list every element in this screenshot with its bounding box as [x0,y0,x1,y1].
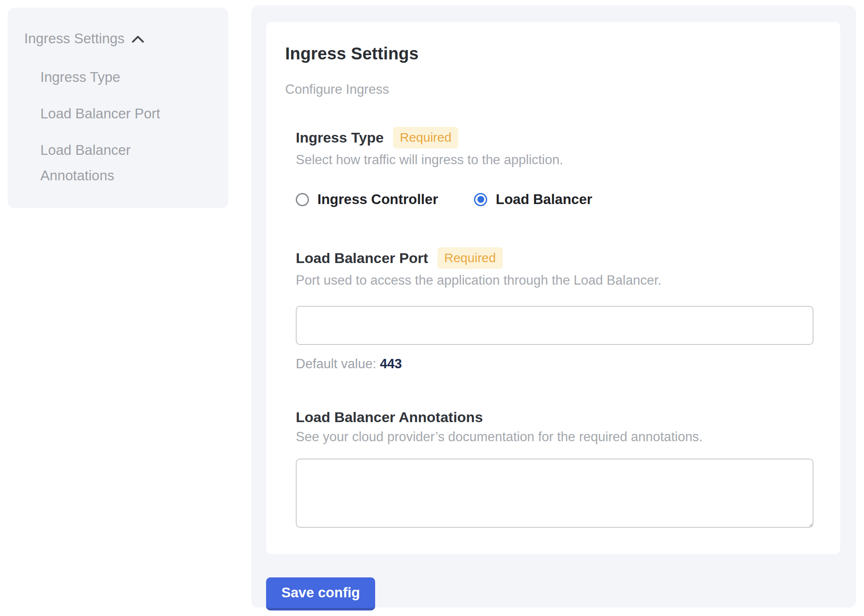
form-sections: Ingress Type Required Select how traffic… [296,127,815,528]
sidebar-item-load-balancer-annotations[interactable]: Load Balancer Annotations [40,137,206,188]
load-balancer-port-input[interactable] [296,306,814,345]
default-value-label: Default value: [296,356,376,371]
section-load-balancer-port: Load Balancer Port Required Port used to… [296,247,815,372]
default-value-number: 443 [380,356,402,371]
ingress-type-label-row: Ingress Type Required [296,127,815,148]
chevron-up-icon [132,25,144,52]
required-badge: Required [438,247,503,269]
sidebar-group-ingress-settings[interactable]: Ingress Settings [24,25,212,52]
required-badge: Required [393,127,458,148]
load-balancer-annotations-description: See your cloud provider’s documentation … [296,429,815,445]
load-balancer-annotations-textarea[interactable] [296,459,814,528]
load-balancer-port-label-row: Load Balancer Port Required [296,247,815,269]
section-ingress-type: Ingress Type Required Select how traffic… [296,127,815,207]
main-panel: Ingress Settings Configure Ingress Ingre… [251,6,856,608]
radio-ingress-controller-label: Ingress Controller [317,191,438,207]
load-balancer-port-description: Port used to access the application thro… [296,273,815,288]
radio-ingress-controller[interactable]: Ingress Controller [296,191,438,207]
default-value-note: Default value: 443 [296,356,815,372]
ingress-settings-card: Ingress Settings Configure Ingress Ingre… [266,22,840,554]
sidebar-group-label: Ingress Settings [24,25,125,52]
sidebar-item-ingress-type[interactable]: Ingress Type [40,64,206,90]
ingress-type-radio-group: Ingress Controller Load Balancer [296,191,815,207]
load-balancer-annotations-label-row: Load Balancer Annotations [296,409,815,426]
page-subtitle: Configure Ingress [285,82,815,97]
ingress-type-description: Select how traffic will ingress to the a… [296,152,815,168]
settings-sidebar: Ingress Settings Ingress Type Load Balan… [8,8,228,208]
radio-icon[interactable] [296,193,309,206]
sidebar-item-list: Ingress Type Load Balancer Port Load Bal… [40,64,212,188]
section-load-balancer-annotations: Load Balancer Annotations See your cloud… [296,409,815,528]
load-balancer-annotations-label: Load Balancer Annotations [296,409,483,426]
radio-icon[interactable] [474,193,487,206]
radio-load-balancer-label: Load Balancer [496,191,592,207]
save-config-button[interactable]: Save config [266,577,375,610]
radio-load-balancer[interactable]: Load Balancer [474,191,592,207]
page-title: Ingress Settings [285,44,815,63]
ingress-type-label: Ingress Type [296,129,384,146]
sidebar-item-load-balancer-port[interactable]: Load Balancer Port [40,101,206,126]
load-balancer-port-label: Load Balancer Port [296,250,428,266]
